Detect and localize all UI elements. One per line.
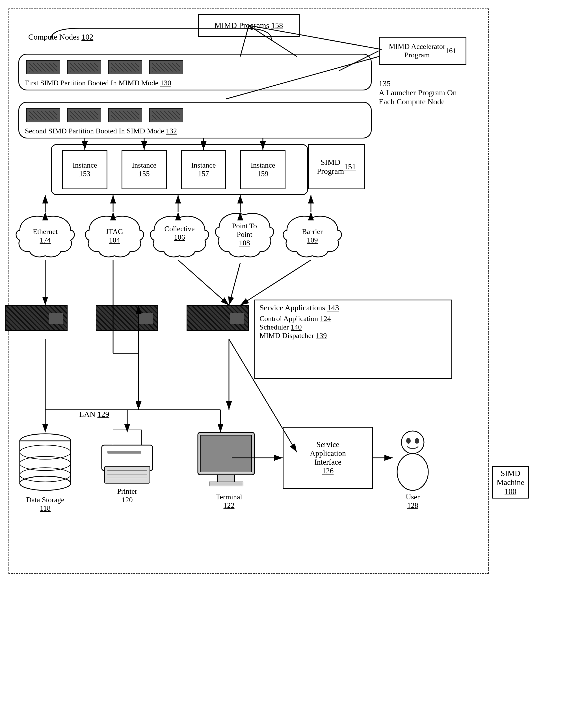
jtag-cloud: JTAG104 [85,212,144,261]
mimd-dispatcher: MIMD Dispatcher 139 [259,332,327,340]
svg-rect-16 [209,482,243,486]
lan-label: LAN 129 [79,410,109,419]
service-apps-box: Service Applications 143 Control Applica… [254,300,452,379]
ethernet-cloud: Ethernet174 [14,212,76,261]
service-node-116-group: Service Node116 [198,305,238,323]
data-storage: Data Storage118 [17,433,74,513]
control-app: Control Application 124 [259,315,331,323]
simd-machine-num: 100 [497,487,524,496]
scheduler: Scheduler 140 [259,323,302,332]
svg-rect-14 [201,435,252,472]
barrier-cloud: Barrier109 [283,212,342,261]
svg-rect-8 [105,466,150,483]
svg-point-19 [406,438,411,444]
printer: Printer120 [96,430,158,504]
second-simd-partition: Second SIMD Partition Booted In SIMD Mod… [18,102,372,138]
terminal: Terminal122 [192,430,266,510]
svg-rect-6 [113,430,141,446]
user-figure: User128 [390,430,435,510]
svg-point-17 [401,431,424,453]
simd-machine-text: SIMD Machine [497,469,524,487]
io-node-110-group: I/O Node110 [23,305,50,323]
collective-cloud: Collective106 [150,212,209,261]
service-apps-title: Service Applications 143 [259,303,339,312]
launcher-label: 135 A Launcher Program OnEach Compute No… [379,79,457,106]
svg-point-18 [397,453,428,490]
diagram: SIMD Machine 100 MIMD Programs 158 Compu… [0,0,582,728]
simd-machine-label: SIMD Machine 100 [492,466,529,498]
simd-program-box: SIMDProgram151 [308,144,364,189]
first-simd-partition: First SIMD Partition Booted In MIMD Mode… [18,54,372,90]
instances-group-border [51,144,308,195]
svg-point-2 [20,476,71,490]
service-app-interface-box: ServiceApplicationInterface126 [283,427,373,489]
svg-point-20 [415,438,419,444]
io-node-114-group: I/O Node114 [113,305,141,323]
compute-nodes-brace [23,25,277,43]
mimd-accelerator-box: MIMD AcceleratorProgram 161 [379,37,466,65]
svg-rect-12 [107,451,141,453]
point-to-point-cloud: Point ToPoint108 [215,209,274,264]
